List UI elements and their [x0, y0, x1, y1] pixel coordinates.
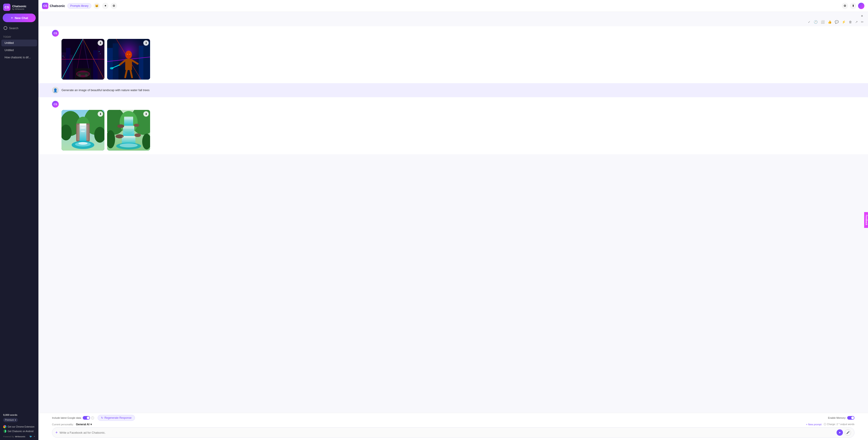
today-label: TODAY [0, 35, 38, 39]
regen-icon: ↻ [101, 416, 103, 419]
user-avatar[interactable] [858, 3, 864, 9]
logo-icon: CS [3, 4, 10, 11]
svg-rect-16 [63, 56, 63, 56]
sidebar: CS Chatsonic by Writesonic ＋ New Chat Se… [0, 0, 38, 440]
svg-point-47 [81, 131, 85, 132]
memory-label: Enable Memory: [828, 416, 846, 419]
android-label: Get Chatsonic on Android [8, 430, 33, 433]
google-data-label: Include latest Google data: [52, 416, 82, 419]
clock-icon[interactable]: 🕐 [813, 20, 818, 24]
image-card-waterfall-1: ⬇ [61, 110, 104, 151]
send-icon: ➤ [839, 431, 841, 434]
svg-rect-3 [69, 55, 73, 80]
bottom-bar: Include latest Google data: i ↻ Regenera… [38, 413, 868, 440]
image-card-waterfall-2: ⬇ [107, 110, 150, 151]
feedback-tab[interactable]: Feedback [864, 212, 868, 228]
svg-rect-25 [143, 41, 150, 80]
chrome-extension-link[interactable]: Get our Chrome Extension [3, 424, 35, 429]
svg-point-46 [80, 127, 86, 129]
memory-toggle[interactable] [847, 416, 855, 420]
charge-info: ⓘ Charge: 2 * output words [824, 422, 855, 426]
sidebar-item-how-chatsonic[interactable]: How chatsonic is dif... [1, 54, 37, 61]
svg-rect-23 [113, 43, 119, 80]
prompts-library-button[interactable]: Prompts library [67, 3, 92, 8]
sidebar-item-untitled-1[interactable]: Untitled [1, 39, 37, 46]
search-icon [4, 26, 7, 30]
app-subtitle: by Writesonic [12, 8, 26, 10]
download-waterfall-2[interactable]: ⬇ [143, 111, 149, 117]
topbar-star-icon[interactable]: ✦ [102, 3, 108, 9]
writesonic-label: Writesonic [15, 436, 26, 438]
chat-area: × ✓ 🕐 ⬜ 👍 💬 ⚡ 🗑 ↗ ✏ CS [38, 12, 868, 413]
memory-toggle-wrap: Enable Memory: [828, 416, 855, 420]
svg-point-15 [85, 74, 88, 77]
chevron-down-icon: ▾ [15, 419, 16, 421]
svg-point-35 [110, 67, 114, 69]
google-data-toggle[interactable] [83, 416, 90, 420]
chat-action-bar: × [38, 12, 868, 20]
download-cyberpunk-1[interactable]: ⬇ [98, 40, 103, 46]
svg-rect-58 [123, 126, 134, 136]
regenerate-button[interactable]: ↻ Regenerate Response [98, 415, 135, 421]
svg-point-45 [80, 124, 86, 125]
android-icon [3, 430, 6, 433]
copy-icon[interactable]: ⬜ [820, 20, 825, 24]
personality-select[interactable]: General AI ▾ [76, 423, 92, 426]
premium-badge[interactable]: Premium ▾ [3, 418, 18, 422]
user-message-row: 👤 Generate an image of beautiful landsca… [52, 87, 855, 94]
share-icon[interactable]: ⬆ [850, 3, 856, 9]
attach-button[interactable]: + [55, 430, 58, 435]
chat-input[interactable] [60, 431, 835, 434]
mic-button[interactable]: 🎤 [845, 429, 851, 436]
google-icon [3, 425, 6, 428]
svg-rect-18 [99, 51, 99, 52]
send-button[interactable]: ➤ [837, 429, 843, 436]
new-chat-button[interactable]: ＋ New Chat [3, 13, 36, 22]
svg-point-63 [134, 134, 141, 137]
share-2-icon[interactable]: ↗ [855, 20, 859, 24]
ai-avatar: CS [52, 30, 59, 37]
footer-icon-2: ✦ [33, 435, 35, 438]
android-app-link[interactable]: Get Chatsonic on Android [3, 429, 35, 434]
lightning-icon[interactable]: ⚡ [841, 20, 846, 24]
svg-rect-44 [80, 123, 86, 144]
thumbs-up-icon[interactable]: 👍 [827, 20, 832, 24]
topbar-gear-icon[interactable]: ⚙ [111, 3, 117, 9]
svg-rect-29 [125, 59, 132, 70]
charge-label: Charge: 2 * output words [827, 423, 855, 426]
user-message-text: Generate an image of beautiful landscap … [61, 87, 150, 92]
download-waterfall-1[interactable]: ⬇ [98, 111, 103, 117]
personality-value: General AI [76, 423, 90, 426]
topbar-mascot-icon[interactable]: 🐱 [94, 3, 100, 9]
svg-point-28 [125, 51, 132, 59]
svg-point-37 [129, 54, 130, 55]
topbar-app-name: Chatsonic [50, 4, 65, 8]
edit-icon[interactable]: ✏ [860, 20, 864, 24]
svg-point-60 [117, 124, 124, 128]
personality-label: Current personality: [52, 423, 74, 426]
svg-rect-57 [124, 117, 133, 126]
ai-message-cyberpunk: CS [38, 26, 868, 83]
svg-point-62 [116, 134, 124, 138]
new-prompt-link[interactable]: + New prompt [806, 423, 822, 426]
footer-icon-1: 🐦 [29, 435, 32, 438]
download-cyberpunk-2[interactable]: ⬇ [143, 40, 149, 46]
input-row: + ➤ 🎤 [52, 427, 855, 438]
user-avatar-icon: 👤 [52, 87, 59, 94]
sidebar-item-untitled-2[interactable]: Untitled [1, 47, 37, 54]
speech-bubble-icon[interactable]: 💬 [834, 20, 839, 24]
check-icon[interactable]: ✓ [807, 20, 811, 24]
google-data-info-icon[interactable]: i [91, 416, 94, 419]
close-button[interactable]: × [860, 13, 864, 19]
search-button[interactable]: Search [3, 24, 36, 32]
plus-icon: ＋ [10, 16, 13, 20]
image-card-cyberpunk-2: ⬇ [107, 39, 150, 80]
trash-icon[interactable]: 🗑 [848, 20, 852, 24]
settings-icon[interactable]: ⚙ [842, 3, 848, 9]
svg-rect-19 [100, 54, 101, 54]
new-chat-label: New Chat [15, 16, 28, 20]
topbar-logo: CS Chatsonic [42, 3, 65, 9]
chevron-down-icon: ▾ [90, 423, 92, 426]
ai-avatar-waterfall: CS [52, 101, 59, 108]
topbar-logo-icon: CS [42, 3, 49, 9]
